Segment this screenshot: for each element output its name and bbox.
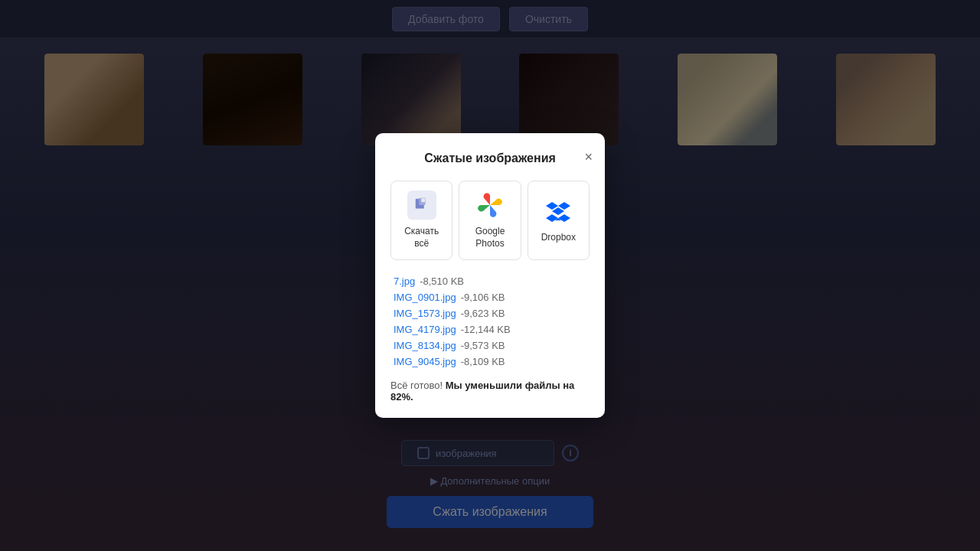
- file-size: -8,109 KB: [461, 356, 505, 367]
- file-link[interactable]: IMG_4179.jpg: [394, 324, 456, 335]
- svg-marker-6: [546, 214, 558, 222]
- modal-header: Сжатые изображения ×: [390, 152, 590, 165]
- svg-marker-5: [552, 207, 564, 215]
- google-photos-icon: [475, 191, 505, 220]
- file-size: -9,106 KB: [461, 292, 505, 303]
- modal-dialog: Сжатые изображения × Скачатьвсё: [375, 133, 605, 417]
- file-row: IMG_1573.jpg-9,623 KB: [394, 308, 586, 319]
- footer-text: Всё готово!: [390, 380, 446, 391]
- file-row: IMG_0901.jpg-9,106 KB: [394, 292, 586, 303]
- save-option-dropbox[interactable]: Dropbox: [528, 181, 590, 259]
- svg-marker-4: [558, 202, 570, 210]
- svg-rect-2: [421, 198, 426, 203]
- file-link[interactable]: IMG_1573.jpg: [394, 308, 456, 319]
- google-photos-label: GooglePhotos: [475, 226, 505, 249]
- modal-footer: Всё готово! Мы уменьшили файлы на 82%.: [390, 380, 590, 403]
- file-row: 7.jpg-8,510 KB: [394, 276, 586, 287]
- file-size: -8,510 KB: [420, 276, 464, 287]
- dropbox-label: Dropbox: [541, 232, 576, 244]
- file-size: -12,144 KB: [461, 324, 511, 335]
- modal-close-button[interactable]: ×: [584, 150, 593, 164]
- file-link[interactable]: IMG_0901.jpg: [394, 292, 456, 303]
- save-option-download[interactable]: Скачатьвсё: [390, 181, 452, 259]
- download-all-icon: [407, 191, 436, 220]
- file-link[interactable]: 7.jpg: [394, 276, 415, 287]
- file-size: -9,573 KB: [461, 340, 505, 351]
- file-list: 7.jpg-8,510 KBIMG_0901.jpg-9,106 KBIMG_1…: [390, 276, 590, 367]
- svg-marker-3: [546, 202, 558, 210]
- file-row: IMG_4179.jpg-12,144 KB: [394, 324, 586, 335]
- file-link[interactable]: IMG_9045.jpg: [394, 356, 456, 367]
- dropbox-icon: [544, 197, 573, 226]
- save-option-google-photos[interactable]: GooglePhotos: [459, 181, 521, 259]
- modal-title: Сжатые изображения: [424, 152, 556, 165]
- download-all-label: Скачатьвсё: [404, 226, 439, 249]
- file-row: IMG_9045.jpg-8,109 KB: [394, 356, 586, 367]
- modal-backdrop[interactable]: Сжатые изображения × Скачатьвсё: [0, 0, 980, 551]
- save-options: Скачатьвсё Go: [390, 181, 590, 259]
- svg-marker-7: [558, 214, 570, 222]
- file-link[interactable]: IMG_8134.jpg: [394, 340, 456, 351]
- file-row: IMG_8134.jpg-9,573 KB: [394, 340, 586, 351]
- file-size: -9,623 KB: [461, 308, 505, 319]
